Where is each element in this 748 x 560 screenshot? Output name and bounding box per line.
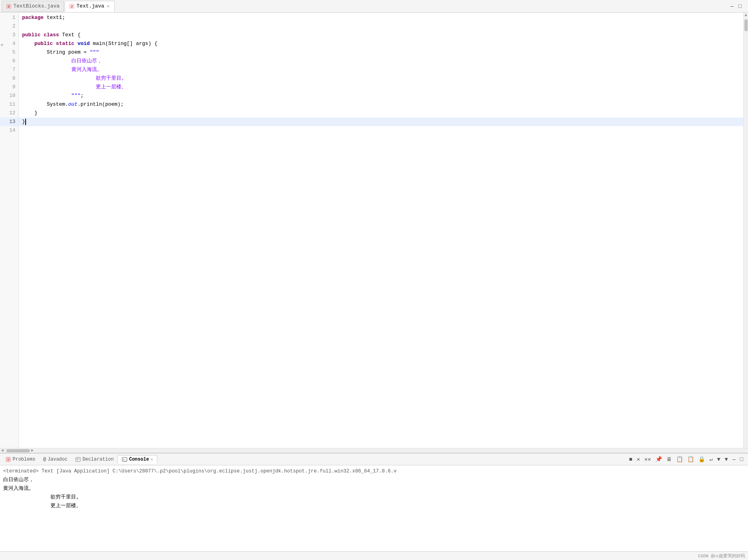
word-wrap-button[interactable]: ↵ xyxy=(708,455,714,463)
window-controls: — □ xyxy=(729,2,746,10)
horizontal-scrollbar[interactable]: ◄ ► xyxy=(0,448,748,453)
code-line-12: } xyxy=(19,109,743,118)
line-num-1: 1 xyxy=(0,13,19,22)
line-number-gutter: 1 2 3 ⊖ 4 5 6 7 8 9 10 11 12 13 14 xyxy=(0,13,19,448)
paste-button[interactable]: 📋 xyxy=(686,455,696,463)
console-output-line-5: 更上一层楼。 xyxy=(3,502,745,510)
declaration-icon xyxy=(75,457,81,462)
newconsole-button[interactable]: 🖥 xyxy=(665,455,673,463)
code-line-14 xyxy=(19,126,743,135)
console-icon: >_ xyxy=(122,457,127,462)
status-right-text: CSDN @cc超爱哭的好吗 xyxy=(698,553,745,559)
tab-textblocks-label: TextBlocks.java xyxy=(13,3,60,9)
svg-rect-6 xyxy=(76,457,80,461)
panel-tab-bar: ! Problems @ Javadoc Declaration >_ Cons… xyxy=(0,454,748,465)
code-line-1: package text1; xyxy=(19,13,743,22)
tab-close-button[interactable]: ✕ xyxy=(106,3,110,9)
maximize-panel-button[interactable]: □ xyxy=(739,455,745,463)
console-output-line-2: 黄河入海流。 xyxy=(3,484,745,493)
tab-text-label: Text.java xyxy=(76,3,104,9)
line-num-9: 9 xyxy=(0,83,19,91)
line-num-10: 10 xyxy=(0,91,19,100)
pin-button[interactable]: 📌 xyxy=(654,455,664,463)
line-num-13: 13 xyxy=(0,118,19,126)
status-bar: CSDN @cc超爱哭的好吗 xyxy=(0,551,748,560)
code-line-4: public static void main(String[] args) { xyxy=(19,39,743,48)
code-line-8: 欲穷千里目, xyxy=(19,74,743,83)
console-output-line-1: 白日依山尽， xyxy=(3,476,745,484)
line-num-8: 8 xyxy=(0,74,19,83)
panel-tab-declaration[interactable]: Declaration xyxy=(71,455,118,463)
terminated-text: <terminated> Text [Java Application] C:\… xyxy=(3,469,397,474)
tab-bar: J TextBlocks.java J Text.java ✕ — □ xyxy=(0,0,748,13)
console-output-line-4: 欲穷千里目, xyxy=(3,493,745,502)
editor-wrapper: 1 2 3 ⊖ 4 5 6 7 8 9 10 11 12 13 14 packa… xyxy=(0,13,748,448)
panel-tab-problems-label: Problems xyxy=(13,457,35,462)
code-line-10: """; xyxy=(19,91,743,100)
line-num-7: 7 xyxy=(0,65,19,74)
panel-tab-declaration-label: Declaration xyxy=(82,457,114,462)
maximize-button[interactable]: □ xyxy=(737,2,743,10)
line-num-5: 5 xyxy=(0,48,19,57)
scroll-h-thumb[interactable] xyxy=(6,449,30,452)
svg-text:J: J xyxy=(71,5,73,8)
code-line-11: System.out.println(poem); xyxy=(19,100,743,109)
panel-tab-console[interactable]: >_ Console ✕ xyxy=(118,455,157,464)
code-editor[interactable]: package text1; public class Text { publi… xyxy=(19,13,743,448)
remove-all-button[interactable]: ✕✕ xyxy=(643,455,653,463)
code-line-13: } xyxy=(19,118,743,126)
code-line-3: public class Text { xyxy=(19,31,743,39)
panel-tab-console-label: Console xyxy=(129,457,149,462)
code-line-6: 白日依山尽， xyxy=(19,57,743,65)
code-line-7: 黄河入海流。 xyxy=(19,65,743,74)
scroll-up-arrow[interactable]: ▲ xyxy=(744,13,748,18)
problems-icon: ! xyxy=(6,457,11,462)
editor-area: 1 2 3 ⊖ 4 5 6 7 8 9 10 11 12 13 14 packa… xyxy=(0,13,748,448)
open-console-button[interactable]: ▼ xyxy=(715,455,722,463)
view-menu-button[interactable]: ▼ xyxy=(723,455,729,463)
code-line-2 xyxy=(19,22,743,31)
java-file-icon-2: J xyxy=(69,4,75,9)
panel-tab-javadoc-label: Javadoc xyxy=(48,457,67,462)
tab-textblocks[interactable]: J TextBlocks.java xyxy=(2,1,64,12)
panel-toolbar: ■ ✕ ✕✕ 📌 🖥 📋 📋 🔒 ↵ ▼ ▼ — □ xyxy=(627,455,746,463)
vertical-scrollbar[interactable]: ▲ xyxy=(743,13,748,448)
stop-button[interactable]: ■ xyxy=(627,455,634,463)
line-num-14: 14 xyxy=(0,126,19,135)
console-tab-close[interactable]: ✕ xyxy=(151,457,153,462)
minimize-button[interactable]: — xyxy=(729,2,735,10)
svg-text:!: ! xyxy=(7,458,9,461)
remove-button[interactable]: ✕ xyxy=(635,455,642,463)
scroll-lock-button[interactable]: 🔒 xyxy=(697,455,707,463)
line-num-2: 2 xyxy=(0,22,19,31)
line-num-3: 3 xyxy=(0,31,19,39)
svg-text:>_: >_ xyxy=(123,458,127,461)
line-num-11: 11 xyxy=(0,100,19,109)
terminated-line: <terminated> Text [Java Application] C:\… xyxy=(3,467,745,476)
bottom-panel: ! Problems @ Javadoc Declaration >_ Cons… xyxy=(0,453,748,551)
line-num-6: 6 xyxy=(0,57,19,65)
java-file-icon: J xyxy=(6,4,11,9)
minimize-panel-button[interactable]: — xyxy=(731,455,737,463)
console-output: <terminated> Text [Java Application] C:\… xyxy=(0,465,748,551)
scroll-thumb[interactable] xyxy=(744,19,748,31)
panel-tab-problems[interactable]: ! Problems xyxy=(2,455,39,463)
javadoc-icon: @ xyxy=(43,457,46,462)
code-line-5: String poem = """ xyxy=(19,48,743,57)
copy-button[interactable]: 📋 xyxy=(675,455,685,463)
line-num-4: ⊖ 4 xyxy=(0,39,19,48)
line-num-12: 12 xyxy=(0,109,19,118)
panel-tab-javadoc[interactable]: @ Javadoc xyxy=(39,455,72,463)
code-line-9: 更上一层楼。 xyxy=(19,83,743,91)
tab-text[interactable]: J Text.java ✕ xyxy=(65,1,115,12)
svg-text:J: J xyxy=(8,5,9,8)
